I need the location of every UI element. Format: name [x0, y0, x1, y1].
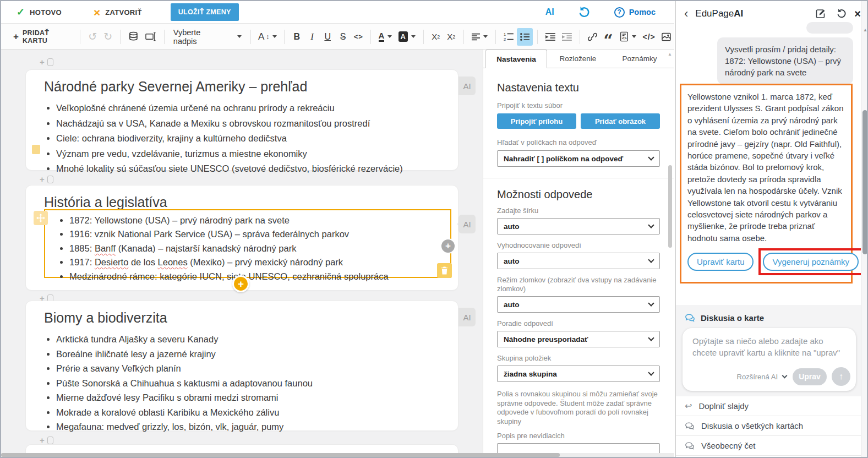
item-group-select[interactable]: žiadna skupina	[497, 366, 660, 382]
insert-card-control[interactable]: +	[40, 175, 53, 184]
compose-icon[interactable]	[816, 9, 826, 19]
select-value: Nahradiť [ ] políčkom na odpoveď	[504, 155, 623, 163]
plus-icon: +	[40, 435, 45, 445]
heading-select[interactable]: Vyberte nadpis	[169, 28, 246, 46]
width-select[interactable]: auto	[497, 218, 660, 235]
insert-card-control[interactable]: +	[40, 435, 53, 445]
indent-button[interactable]	[559, 28, 575, 46]
history-icon[interactable]	[578, 7, 590, 18]
selected-text-block[interactable]: 1872: Yellowstone (USA) – prvý národný p…	[44, 209, 451, 278]
edupage-ai-panel: ‹ EduPageAI × Vysvetli prosím / pridaj d…	[675, 1, 868, 458]
trash-icon[interactable]	[437, 263, 452, 278]
add-card-button[interactable]: + PRIDAŤ KARTU	[13, 29, 72, 45]
database-icon[interactable]	[125, 28, 142, 46]
move-handle[interactable]	[34, 211, 48, 225]
horizontal-scrollbar[interactable]	[1, 453, 560, 457]
close-x-icon: ×	[94, 7, 100, 18]
font-size-button[interactable]: A ↕	[255, 28, 280, 46]
superscript-button[interactable]: X2	[428, 28, 444, 46]
discussion-input[interactable]	[683, 328, 856, 362]
align-button[interactable]	[468, 28, 491, 46]
add-element-button[interactable]: +	[440, 238, 456, 254]
settings-scrollbar[interactable]	[668, 165, 672, 248]
chat-icon	[685, 422, 695, 430]
outdent-button[interactable]	[542, 28, 559, 46]
blockquote-button[interactable]: “	[600, 28, 616, 46]
edit-submit-button[interactable]: Uprav	[793, 368, 827, 385]
inline-code-button[interactable]: <>	[351, 28, 366, 46]
numbered-list-button[interactable]: 12	[500, 28, 517, 46]
undo-icon[interactable]: ↺	[85, 28, 100, 46]
strikethrough-button[interactable]: S	[335, 28, 351, 46]
horizontal-scrollbar-track	[1, 453, 674, 457]
ai-panel-scrollbar[interactable]	[862, 110, 867, 254]
bullet-item: 1872: Yellowstone (USA) – prvý národný p…	[69, 214, 450, 227]
image-icon[interactable]	[658, 28, 674, 46]
answer-fields-select[interactable]: Nahradiť [ ] políčkom na odpoveď	[497, 150, 660, 167]
bullet-item: Medzinárodné rámce: kategórie IUCN, siet…	[69, 270, 450, 283]
bold-button[interactable]: B	[289, 28, 304, 46]
subscript-base: X	[447, 32, 452, 41]
card-history[interactable]: História a legislatíva 1872: Yellowstone…	[26, 186, 458, 290]
tab-nastavenia[interactable]: Nastavenia	[485, 50, 547, 68]
highlight-color-button[interactable]: A	[395, 28, 419, 46]
select-value: auto	[504, 301, 520, 309]
card-ai-badge[interactable]: AI	[458, 308, 476, 326]
answer-order-select[interactable]: Náhodne preusporiadať	[497, 331, 660, 347]
plus-icon: +	[13, 31, 19, 42]
tab-poznamky[interactable]: Poznámky	[609, 50, 670, 68]
chevron-down-icon[interactable]	[782, 373, 788, 379]
separator	[537, 30, 538, 44]
top-bar: ✓ HOTOVO × ZATVORIŤ ULOŽIŤ ZMENY AI ? Po…	[1, 1, 674, 24]
add-image-button[interactable]: Pridať obrázok	[581, 113, 660, 129]
tab-rozlozenie[interactable]: Rozloženie	[547, 50, 609, 68]
fraction-mode-select[interactable]: auto	[497, 296, 660, 313]
card-ai-badge[interactable]: AI	[458, 215, 476, 233]
done-button[interactable]: ✓ HOTOVO	[17, 6, 62, 18]
bullet-text: (Kanada) – najstarší kanadský národný pa…	[116, 243, 296, 253]
generate-notes-button[interactable]: Vygeneruj poznámky	[763, 253, 859, 271]
card-overview[interactable]: Národné parky Severnej Ameriky – prehľad…	[26, 70, 458, 170]
menu-item-label: Diskusia o všetkých kartách	[701, 421, 803, 430]
select-value: auto	[504, 257, 520, 265]
ai-response-highlight-box: Yellowstone vznikol 1. marca 1872, keď p…	[680, 84, 853, 283]
subscript-button[interactable]: X2	[444, 28, 459, 46]
card-ai-badge[interactable]: AI	[458, 77, 476, 95]
bullet-list-button[interactable]	[517, 28, 533, 46]
text-color-letter: A	[379, 31, 385, 42]
template-insert-button[interactable]: <>	[616, 28, 640, 46]
scroll-up-icon[interactable]: ▲	[863, 28, 867, 32]
help-button[interactable]: ? Pomoc	[614, 7, 656, 18]
evaluation-label: Vyhodnocovanie odpovedí	[497, 241, 660, 250]
evaluation-select[interactable]: auto	[497, 253, 660, 269]
close-icon[interactable]: ×	[854, 8, 861, 19]
insert-card-control[interactable]: +	[40, 57, 53, 67]
italic-button[interactable]: I	[304, 28, 320, 46]
history-icon[interactable]	[837, 9, 847, 19]
chat-icon	[685, 442, 695, 450]
back-icon[interactable]: ‹	[684, 8, 688, 20]
card-biomes[interactable]: Biomy a biodiverzita Arktická tundra Alj…	[26, 301, 458, 430]
attach-file-button[interactable]: Pripojiť prílohu	[497, 113, 576, 129]
send-button[interactable]: ↑	[832, 367, 850, 386]
edit-card-button[interactable]: Upraviť kartu	[687, 253, 754, 271]
close-button[interactable]: × ZATVORIŤ	[94, 7, 142, 18]
rename-field-icon[interactable]	[142, 28, 160, 46]
text-color-button[interactable]: A	[375, 28, 395, 46]
ai-button[interactable]: AI	[545, 7, 554, 17]
save-changes-button[interactable]: ULOŽIŤ ZMENY	[171, 3, 239, 21]
plus-icon: +	[40, 57, 45, 67]
ai-panel-menu: ↩ Doplniť slajdy Diskusia o všetkých kar…	[676, 396, 868, 456]
scroll-up-icon[interactable]: ▲	[668, 52, 672, 57]
note-marker-icon[interactable]	[32, 145, 40, 154]
link-icon[interactable]	[585, 28, 600, 46]
source-code-button[interactable]: </>	[640, 28, 658, 46]
underline-button[interactable]: U	[320, 28, 335, 46]
bullet-text: (Mexiko) – prvý mexický národný park	[188, 257, 343, 267]
redo-icon[interactable]: ↻	[100, 28, 116, 46]
menu-item-general-chat[interactable]: Všeobecný čet	[676, 436, 868, 456]
menu-item-all-cards-discussion[interactable]: Diskusia o všetkých kartách	[676, 416, 868, 436]
bullet-item: Význam pre vedu, vzdelávanie, turizmus a…	[56, 146, 458, 162]
add-block-button[interactable]: +	[232, 275, 249, 292]
menu-item-add-slides[interactable]: ↩ Doplniť slajdy	[676, 396, 868, 416]
